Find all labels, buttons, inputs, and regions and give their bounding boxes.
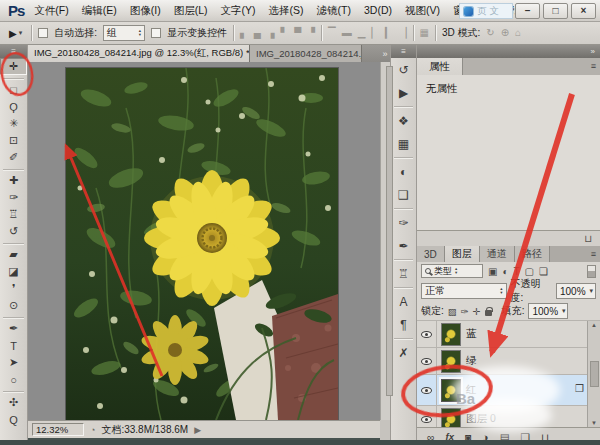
toolbar-collapse-icon[interactable]: ≡ <box>0 45 27 58</box>
tool-brush[interactable]: ✑ <box>0 189 27 206</box>
maximize-button[interactable]: □ <box>543 3 568 19</box>
filter-shape-icon[interactable]: ▢ <box>525 266 534 277</box>
dock-collapse-icon[interactable]: » <box>417 45 600 58</box>
document-tab-inactive[interactable]: IMG_20180428_084214.j <box>250 45 362 62</box>
scrollbar-thumb[interactable] <box>590 361 599 387</box>
lock-transparency-icon[interactable]: ▨ <box>448 306 457 317</box>
layer-thumbnail[interactable] <box>441 408 461 428</box>
layer-thumbnail[interactable] <box>441 350 461 373</box>
layer-row-blue[interactable]: 蓝 <box>417 321 600 348</box>
tool-rectangular-marquee[interactable]: □ <box>0 81 27 98</box>
visibility-toggle[interactable] <box>417 348 437 374</box>
tool-move[interactable]: ✛ <box>0 58 27 75</box>
zoom-level-field[interactable]: 12.32% <box>32 423 84 436</box>
divider <box>3 166 24 170</box>
minimize-button[interactable]: – <box>515 3 540 19</box>
layer-thumbnail[interactable] <box>441 323 461 346</box>
tool-clone-stamp[interactable]: ♖ <box>0 206 27 223</box>
3d-mode-label: 3D 模式: <box>442 26 480 40</box>
fill-dropdown[interactable]: 100% ▾ <box>528 303 568 319</box>
auto-select-checkbox[interactable] <box>38 28 48 38</box>
auto-select-dropdown[interactable]: 组 ▴▾ <box>103 25 145 41</box>
document-tab-active[interactable]: IMG_20180428_084214.jpg @ 12.3%(红, RGB/8… <box>28 45 250 62</box>
close-button[interactable]: × <box>571 3 596 19</box>
tool-pen[interactable]: ✒ <box>0 320 27 337</box>
current-tool-icon[interactable]: ▶ ▾ <box>6 27 25 40</box>
status-menu-arrow-icon[interactable]: ▶ <box>194 425 201 435</box>
actions-panel-icon[interactable]: ▶ <box>391 81 416 104</box>
layers-scrollbar[interactable]: ▲ ▼ <box>587 321 600 427</box>
clone-source-panel-icon[interactable]: ♖ <box>391 262 416 285</box>
distribute-vcenter-icon: ▬ <box>342 28 352 38</box>
menu-3d[interactable]: 3D(D) <box>364 4 392 18</box>
color-panel-icon[interactable]: ❖ <box>391 109 416 132</box>
lock-pixels-icon[interactable]: ✑ <box>461 306 469 317</box>
filter-adjustment-icon[interactable]: ◐ <box>502 266 508 277</box>
filter-type-icon[interactable]: T <box>514 266 520 277</box>
menu-type[interactable]: 文字(Y) <box>221 4 256 18</box>
scroll-down-icon[interactable]: ▼ <box>591 420 597 426</box>
tool-type[interactable]: T <box>0 337 27 354</box>
tool-path-selection[interactable]: ➤ <box>0 354 27 371</box>
tab-paths[interactable]: 路径 <box>515 246 550 262</box>
menu-view[interactable]: 视图(V) <box>405 4 440 18</box>
scrollbar-thumb[interactable] <box>386 66 393 396</box>
tool-shape[interactable]: ○ <box>0 371 27 388</box>
tab-properties[interactable]: 属性 <box>417 58 463 75</box>
filter-type-dropdown[interactable]: 类型 ▴▾ <box>421 264 483 278</box>
filter-smart-object-icon[interactable]: ❏ <box>539 266 548 277</box>
tool-zoom[interactable]: Q <box>0 411 27 428</box>
swatches-panel-icon[interactable]: ▦ <box>391 132 416 155</box>
watermark-blob <box>466 398 552 432</box>
tool-gradient[interactable]: ◪ <box>0 263 27 280</box>
scrollbar-track[interactable] <box>380 62 390 420</box>
chevron-down-icon: ▾ <box>590 287 594 295</box>
tool-spot-healing[interactable]: ✚ <box>0 172 27 189</box>
menu-edit[interactable]: 编辑(E) <box>82 4 117 18</box>
history-panel-icon[interactable]: ↺ <box>391 58 416 81</box>
menu-select[interactable]: 选择(S) <box>269 4 304 18</box>
strip-collapse-icon[interactable]: ≡ <box>391 45 416 58</box>
canvas-area[interactable] <box>28 62 380 420</box>
tool-lasso[interactable]: Ϙ <box>0 98 27 115</box>
opacity-dropdown[interactable]: 100% ▾ <box>556 283 596 299</box>
tool-dodge[interactable]: ⊙ <box>0 297 27 314</box>
tab-overflow-icon[interactable]: » <box>380 45 390 62</box>
blend-mode-dropdown[interactable]: 正常 ▴▾ <box>421 283 507 299</box>
tool-history-brush[interactable]: ↺ <box>0 223 27 240</box>
menu-filter[interactable]: 滤镜(T) <box>317 4 351 18</box>
paragraph-panel-icon[interactable]: ¶ <box>391 313 416 336</box>
lock-position-icon[interactable]: ✛ <box>473 306 481 317</box>
show-transform-checkbox[interactable] <box>151 28 161 38</box>
scroll-up-icon[interactable]: ▲ <box>591 322 597 328</box>
filter-toggle-icon[interactable] <box>587 265 596 278</box>
brush-panel-icon[interactable]: ✑ <box>391 211 416 234</box>
tool-eyedropper[interactable]: ✐ <box>0 149 27 166</box>
tab-layers[interactable]: 图层 <box>445 246 480 262</box>
tool-eraser[interactable]: ▰ <box>0 246 27 263</box>
visibility-toggle[interactable] <box>417 321 437 347</box>
lock-all-icon[interactable] <box>485 310 492 316</box>
brush-presets-panel-icon[interactable]: ✒ <box>391 234 416 257</box>
filter-pixel-icon[interactable]: ▣ <box>488 266 497 277</box>
tool-presets-panel-icon[interactable]: ✗ <box>391 341 416 364</box>
tool-crop[interactable]: ⊡ <box>0 132 27 149</box>
menu-image[interactable]: 图像(I) <box>130 4 161 18</box>
visibility-toggle[interactable] <box>417 406 437 427</box>
menu-file[interactable]: 文件(F) <box>34 4 68 18</box>
tab-3d[interactable]: 3D <box>417 246 445 262</box>
delete-icon[interactable]: ⊔ <box>584 233 592 244</box>
adjustments-panel-icon[interactable]: ◐ <box>391 160 416 183</box>
styles-panel-icon[interactable]: ❑ <box>391 183 416 206</box>
opacity-label: 不透明度: <box>511 277 552 305</box>
panel-menu-icon[interactable]: ≡ <box>591 249 596 259</box>
tool-hand[interactable]: ✣ <box>0 394 27 411</box>
tool-quick-selection[interactable]: ✳ <box>0 115 27 132</box>
properties-panel-body: 无属性 <box>417 75 600 230</box>
character-panel-icon[interactable]: A <box>391 290 416 313</box>
tool-blur[interactable]: ❜ <box>0 280 27 297</box>
panel-menu-icon[interactable]: ≡ <box>591 61 596 71</box>
visibility-toggle[interactable] <box>417 375 437 405</box>
tab-channels[interactable]: 通道 <box>480 246 515 262</box>
menu-layer[interactable]: 图层(L) <box>174 4 208 18</box>
